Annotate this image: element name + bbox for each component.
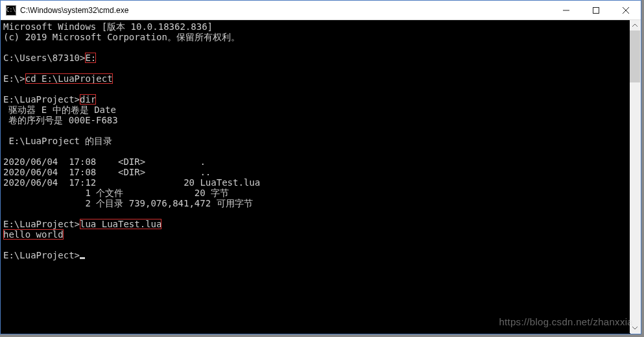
cmd-icon: C:\ [6, 5, 16, 16]
dir-row-2: 2020/06/04 17:08 <DIR> .. [3, 167, 211, 177]
cursor [80, 257, 85, 259]
chevron-down-icon [632, 327, 638, 329]
prompt-4: E:\LuaProject> [3, 219, 80, 229]
output-hello-world: hello world [3, 229, 64, 240]
prompt-1: C:\Users\87310> [3, 53, 85, 63]
close-button[interactable] [611, 1, 641, 19]
titlebar[interactable]: C:\ C:\Windows\system32\cmd.exe [1, 1, 641, 20]
prompt-5: E:\LuaProject> [3, 250, 80, 260]
chevron-up-icon [632, 24, 638, 27]
cmd-cd: cd E:\LuaProject [25, 73, 113, 84]
scroll-up-button[interactable] [630, 20, 640, 31]
close-icon [623, 7, 629, 14]
dir-serial: 卷的序列号是 000E-F683 [3, 115, 118, 125]
scrollbar[interactable] [630, 20, 640, 333]
cmd-change-drive: E: [85, 53, 96, 63]
dir-summary-files: 1 个文件 20 字节 [3, 188, 229, 198]
system-buttons [551, 1, 641, 19]
cmd-window: C:\ C:\Windows\system32\cmd.exe Microsof… [0, 0, 641, 334]
version-line: Microsoft Windows [版本 10.0.18362.836] [3, 21, 213, 32]
dir-row-1: 2020/06/04 17:08 <DIR> . [3, 156, 206, 167]
cmd-dir: dir [80, 94, 96, 105]
terminal-area[interactable]: Microsoft Windows [版本 10.0.18362.836] (c… [1, 20, 641, 334]
dir-volume: 驱动器 E 中的卷是 Date [3, 105, 116, 115]
maximize-icon [593, 7, 599, 14]
maximize-button[interactable] [581, 1, 611, 19]
window-title: C:\Windows\system32\cmd.exe [20, 6, 551, 15]
minimize-icon [563, 7, 569, 14]
minimize-button[interactable] [551, 1, 581, 19]
cmd-lua: lua LuaTest.lua [80, 219, 161, 229]
svg-rect-1 [593, 7, 599, 13]
prompt-2: E:\> [3, 73, 25, 84]
scrollbar-thumb[interactable] [630, 31, 640, 82]
scroll-down-button[interactable] [630, 323, 640, 333]
dir-row-3: 2020/06/04 17:12 20 LuaTest.lua [3, 177, 260, 188]
dir-of: E:\LuaProject 的目录 [3, 136, 112, 146]
copyright-line: (c) 2019 Microsoft Corporation。保留所有权利。 [3, 32, 240, 42]
prompt-3: E:\LuaProject> [3, 94, 80, 105]
dir-summary-dirs: 2 个目录 739,076,841,472 可用字节 [3, 198, 253, 208]
